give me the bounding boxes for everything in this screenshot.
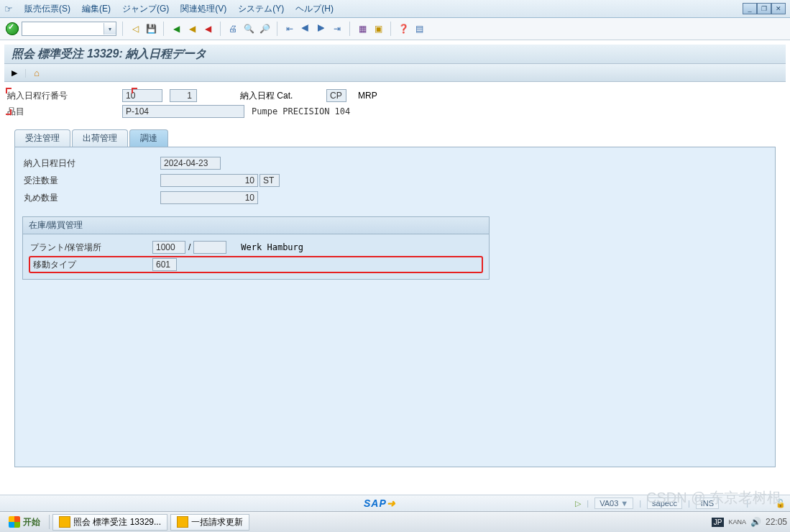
toolbar-separator	[277, 22, 277, 36]
toolbar-separator	[349, 22, 350, 36]
taskbar-item-label: 照会 標準受注 13329...	[73, 516, 161, 528]
help-icon[interactable]: ❓	[397, 22, 410, 35]
start-label: 开始	[23, 516, 40, 528]
toolbar-separator	[163, 22, 164, 36]
tab-bar: 受注管理 出荷管理 調達	[14, 129, 776, 147]
menu-sales-doc[interactable]: 販売伝票(S)	[24, 3, 70, 15]
nav-back-icon[interactable]: ◀	[170, 22, 183, 35]
prev-page-icon[interactable]: ⯇	[299, 22, 312, 35]
item-label: 品目	[4, 106, 122, 118]
app-toolbar: ▶ | ⌂	[4, 64, 786, 82]
last-page-icon[interactable]: ⇥	[331, 22, 344, 35]
back-icon[interactable]: ◁	[129, 22, 142, 35]
toolbar-separator	[122, 22, 123, 36]
order-qty-field[interactable]	[160, 174, 258, 187]
movement-type-field[interactable]	[152, 258, 177, 271]
delivery-date-label: 納入日程日付	[22, 157, 160, 170]
round-qty-label: 丸め数量	[22, 192, 160, 204]
plant-text: Werk Hamburg	[241, 242, 303, 252]
toolbar-separator	[220, 22, 221, 36]
command-field-arrow-icon[interactable]: ▾	[104, 23, 116, 35]
toolbar-separator	[390, 22, 391, 36]
window-controls: _ ❐ ✕	[743, 3, 786, 14]
sched-line-no-field1[interactable]	[122, 89, 162, 102]
menu-extras[interactable]: 関連処理(V)	[180, 3, 226, 15]
plant-field[interactable]	[152, 241, 185, 254]
movement-type-row-highlight: 移動タイプ	[29, 256, 483, 273]
os-taskbar: 开始 照会 標準受注 13329... 一括請求更新 JP KANA 🔊 22:…	[0, 511, 790, 532]
find-icon[interactable]: 🔍	[242, 22, 255, 35]
delivery-date-field[interactable]	[160, 157, 221, 170]
status-tcode: VA03 ▼	[594, 497, 633, 509]
round-qty-field[interactable]	[160, 191, 258, 204]
find-next-icon[interactable]: 🔎	[258, 22, 271, 35]
sched-line-no-label: 納入日程行番号	[4, 90, 122, 102]
tab-procurement[interactable]: 調達	[129, 129, 168, 147]
order-qty-unit-field[interactable]	[259, 174, 280, 187]
tray-clock: 22:05	[766, 517, 787, 527]
menu-goto[interactable]: ジャンプ(G)	[122, 3, 169, 15]
status-bar: SAP➜ ▷ | VA03 ▼ | sapecc | INS | 🔓	[0, 495, 790, 511]
item-text: Pumpe PRECISION 104	[252, 106, 350, 116]
procurement-panel: 納入日程日付 受注数量 丸め数量 在庫/購買管理 プラント/保管場所 / Wer…	[14, 147, 776, 467]
taskbar-item-sap1[interactable]: 照会 標準受注 13329...	[52, 514, 167, 531]
movement-type-label: 移動タイプ	[32, 259, 152, 271]
tab-order-mgmt[interactable]: 受注管理	[14, 129, 70, 147]
menu-bar: ☞ 販売伝票(S) 編集(E) ジャンプ(G) 関連処理(V) システム(Y) …	[0, 0, 790, 18]
storage-location-field[interactable]	[193, 241, 226, 254]
nav-exit-icon[interactable]: ◀	[185, 22, 198, 35]
first-page-icon[interactable]: ⇤	[283, 22, 296, 35]
tab-shipping-mgmt[interactable]: 出荷管理	[72, 129, 128, 147]
item-field[interactable]	[122, 105, 244, 118]
header-field-area: 納入日程行番号 納入日程 Cat. MRP 品目 Pumpe PRECISION…	[4, 88, 786, 119]
maximize-button[interactable]: ❐	[757, 3, 771, 14]
next-page-icon[interactable]: ⯈	[315, 22, 328, 35]
windows-logo-icon	[9, 516, 20, 528]
layout-icon[interactable]: ▤	[413, 22, 426, 35]
plant-storloc-label: プラント/保管場所	[29, 242, 152, 254]
sched-cat-label: 納入日程 Cat.	[240, 90, 326, 102]
home-icon[interactable]: ⌂	[34, 68, 40, 78]
sap-task-icon	[59, 516, 70, 528]
menu-help[interactable]: ヘルプ(H)	[295, 3, 334, 15]
status-lock-icon: 🔓	[776, 499, 786, 508]
enter-ok-button[interactable]	[6, 22, 19, 35]
minimize-button[interactable]: _	[743, 3, 757, 14]
sched-line-no-field2[interactable]	[170, 89, 197, 102]
menu-edit[interactable]: 編集(E)	[82, 3, 111, 15]
status-nav-arrow-icon[interactable]: ▷	[575, 499, 581, 508]
new-session-icon[interactable]: ▦	[356, 22, 369, 35]
close-button[interactable]: ✕	[771, 3, 786, 14]
shortcut-icon[interactable]: ▣	[372, 22, 385, 35]
start-button[interactable]: 开始	[3, 515, 46, 530]
sched-cat-text: MRP	[358, 91, 377, 101]
menu-system[interactable]: システム(Y)	[238, 3, 284, 15]
print-icon[interactable]: 🖨	[226, 22, 239, 35]
sched-cat-field[interactable]	[326, 89, 346, 102]
order-qty-label: 受注数量	[22, 175, 160, 187]
taskbar-item-label: 一括請求更新	[191, 516, 243, 528]
system-tray: JP KANA 🔊 22:05	[712, 517, 787, 527]
expand-icon[interactable]: ▶	[12, 68, 17, 78]
plant-separator: /	[185, 242, 193, 252]
tray-volume-icon[interactable]: 🔊	[750, 517, 761, 527]
nav-cancel-icon[interactable]: ◀	[201, 22, 214, 35]
sap-task-icon	[177, 516, 188, 528]
save-icon[interactable]: 💾	[144, 22, 157, 35]
ime-kana-indicator[interactable]: KANA	[728, 518, 746, 526]
stock-purchase-header: 在庫/購買管理	[23, 217, 489, 234]
sap-logo: SAP➜	[364, 497, 396, 509]
command-field[interactable]: ▾	[22, 22, 116, 36]
ime-lang-indicator[interactable]: JP	[712, 518, 725, 527]
stock-purchase-groupbox: 在庫/購買管理 プラント/保管場所 / Werk Hamburg 移動タイプ	[22, 216, 490, 280]
status-system: sapecc	[647, 497, 682, 509]
screen-title: 照会 標準受注 13329: 納入日程データ	[4, 45, 786, 64]
status-insert-mode: INS	[696, 497, 719, 509]
menu-system-icon[interactable]: ☞	[4, 4, 13, 14]
taskbar-item-sap2[interactable]: 一括請求更新	[170, 514, 249, 531]
standard-toolbar: ▾ ◁ 💾 ◀ ◀ ◀ 🖨 🔍 🔎 ⇤ ⯇ ⯈ ⇥ ▦ ▣ ❓ ▤	[0, 18, 790, 40]
